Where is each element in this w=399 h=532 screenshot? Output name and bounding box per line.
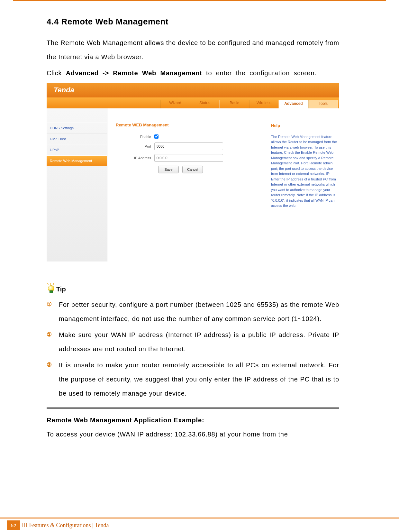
footer-text: III Features & Configurations | Tenda <box>22 522 109 529</box>
help-panel: Help The Remote Web Management feature a… <box>267 108 339 261</box>
example-heading: Remote Web Management Application Exampl… <box>47 417 339 424</box>
para2-pre: Click <box>47 69 66 77</box>
label-port: Port <box>116 144 154 148</box>
para2-strong: Advanced -> Remote Web Management <box>66 69 202 77</box>
top-rule <box>13 0 386 1</box>
tab-wireless[interactable]: Wireless <box>249 100 279 108</box>
port-input[interactable] <box>154 142 223 150</box>
sidebar-item-remote[interactable]: Remote Web Management <box>47 155 107 166</box>
top-tab-bar: Wizard Status Basic Wireless Advanced To… <box>47 97 339 108</box>
section-title: 4.4 Remote Web Management <box>47 17 339 27</box>
tip-label: Tip <box>56 286 66 293</box>
tab-advanced[interactable]: Advanced <box>279 100 308 108</box>
tab-basic[interactable]: Basic <box>220 100 249 108</box>
tip-text-3: It is unsafe to make your router remotel… <box>59 358 339 400</box>
tip-text-2: Make sure your WAN IP address (Internet … <box>59 328 339 356</box>
sidebar: DDNS Settings DMZ Host UPnP Remote Web M… <box>47 108 107 261</box>
tab-tools[interactable]: Tools <box>308 100 338 108</box>
tip-num-3: ③ <box>47 358 59 400</box>
tip-text-1: For better security, configure a port nu… <box>59 298 339 326</box>
page-footer: 52 III Features & Configurations | Tenda <box>0 518 399 532</box>
tip-num-2: ② <box>47 328 59 356</box>
brand-logo: Tenda <box>47 83 339 97</box>
tip-num-1: ① <box>47 298 59 326</box>
label-ip: IP Address <box>116 156 154 160</box>
para2-post: to enter the configuration screen. <box>202 69 317 77</box>
main-panel-title: Remote WEB Management <box>116 123 261 127</box>
sidebar-item-dmz[interactable]: DMZ Host <box>47 133 107 144</box>
help-text: The Remote Web Management feature allows… <box>271 134 337 208</box>
sidebar-item-upnp[interactable]: UPnP <box>47 144 107 155</box>
cancel-button[interactable]: Cancel <box>182 166 203 173</box>
intro-paragraph-1: The Remote Web Management allows the dev… <box>47 36 339 64</box>
save-button[interactable]: Save <box>158 166 179 173</box>
tab-status[interactable]: Status <box>190 100 220 108</box>
router-ui-screenshot: Tenda Wizard Status Basic Wireless Advan… <box>47 83 339 261</box>
tip-list: ① For better security, configure a port … <box>47 298 339 400</box>
intro-paragraph-2: Click Advanced -> Remote Web Management … <box>47 66 339 80</box>
tab-wizard[interactable]: Wizard <box>160 100 190 108</box>
main-panel: Remote WEB Management Enable Port IP Add… <box>107 108 267 261</box>
page-number: 52 <box>7 520 20 530</box>
label-enable: Enable <box>116 135 154 139</box>
tip-box: Tip ① For better security, configure a p… <box>47 275 339 409</box>
enable-checkbox[interactable] <box>154 134 159 139</box>
help-title: Help <box>271 123 337 129</box>
lightbulb-icon <box>47 283 55 293</box>
sidebar-item-ddns[interactable]: DDNS Settings <box>47 123 107 133</box>
example-text: To access your device (WAN IP address: 1… <box>47 427 339 441</box>
ip-input[interactable] <box>154 154 223 162</box>
